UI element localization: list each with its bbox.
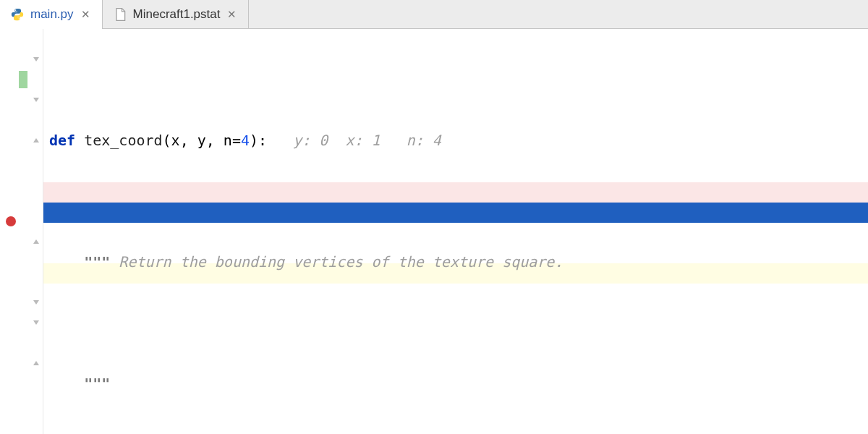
- breakpoint-icon[interactable]: [6, 216, 16, 226]
- fold-end-icon[interactable]: [32, 136, 41, 145]
- gutter[interactable]: [0, 29, 43, 434]
- tab-bar: main.py ✕ Minecraft1.pstat ✕: [0, 0, 868, 29]
- close-icon[interactable]: ✕: [80, 8, 92, 21]
- code-line: [43, 69, 58, 90]
- tab-main-py[interactable]: main.py ✕: [0, 0, 103, 28]
- fold-marker-icon[interactable]: [32, 318, 41, 327]
- code-line: def tex_coord(x, y, n=4): y: 0 x: 1 n: 4: [43, 130, 441, 150]
- fold-marker-icon[interactable]: [32, 298, 41, 307]
- close-icon[interactable]: ✕: [226, 8, 238, 21]
- code-line: [43, 312, 58, 333]
- code-line: [43, 191, 58, 211]
- fold-marker-icon[interactable]: [32, 55, 41, 64]
- code-editor[interactable]: def tex_coord(x, y, n=4): y: 0 x: 1 n: 4…: [0, 29, 868, 434]
- tab-label: Minecraft1.pstat: [133, 7, 221, 22]
- code-line: """ Return the bounding vertices of the …: [43, 252, 563, 272]
- python-file-icon: [10, 7, 25, 22]
- file-icon: [113, 7, 127, 22]
- fold-end-icon[interactable]: [32, 359, 41, 367]
- fold-marker-icon[interactable]: [32, 95, 41, 104]
- change-marker: [19, 71, 27, 88]
- fold-end-icon[interactable]: [32, 237, 41, 246]
- inline-hint: y: 0 x: 1 n: 4: [293, 132, 441, 149]
- svg-point-1: [19, 18, 20, 20]
- tab-label: main.py: [30, 7, 74, 22]
- svg-point-0: [15, 9, 17, 11]
- code-area[interactable]: def tex_coord(x, y, n=4): y: 0 x: 1 n: 4…: [43, 29, 868, 434]
- code-line: """: [43, 373, 110, 393]
- tab-minecraft-pstat[interactable]: Minecraft1.pstat ✕: [103, 0, 250, 28]
